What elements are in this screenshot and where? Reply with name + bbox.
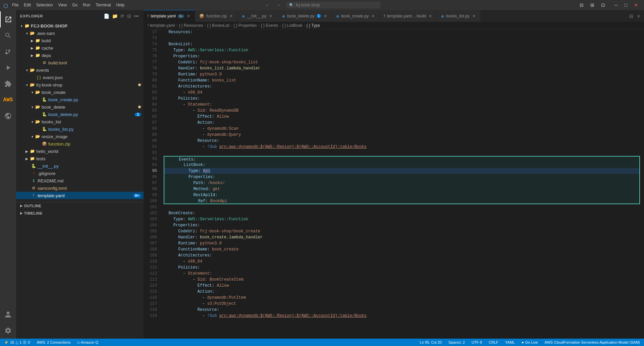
minimize-button[interactable]: ─ (612, 2, 621, 8)
tree-item-build-toml[interactable]: ⚙ build.toml (16, 59, 144, 66)
menu-edit[interactable]: Edit (22, 2, 32, 8)
amazon-q-item[interactable]: ▷ Amazon Q (76, 340, 100, 345)
tab-init-py[interactable]: ◆ __init__.py ✕ (238, 10, 278, 22)
code-line[interactable]: - Statement: (164, 271, 640, 277)
code-line[interactable] (164, 35, 640, 41)
code-line[interactable]: - dynamodb:PutItem (164, 295, 640, 301)
code-line[interactable]: Type: Api (164, 168, 640, 174)
code-line[interactable]: Architectures: (164, 252, 640, 258)
line-ending-item[interactable]: CRLF (487, 340, 500, 344)
code-line[interactable]: Effect: Allow (164, 283, 640, 289)
tree-item-function-zip[interactable]: 📦 function.zip (16, 140, 144, 148)
tree-item-build[interactable]: ▶ 📁 build (16, 37, 144, 44)
tree-item-book-create[interactable]: ▾ 📂 book_create (16, 89, 144, 96)
tab-book-create-py[interactable]: ◆ book_create.py ✕ (332, 10, 380, 22)
breadcrumb-item-events[interactable]: { } Events (261, 23, 278, 28)
code-line[interactable]: Type: AWS::Serverless::Function (164, 216, 640, 222)
code-line[interactable] (164, 150, 640, 156)
code-line[interactable]: Architectures: (164, 83, 640, 90)
tab-template-yaml-build[interactable]: ! template.yaml ...\build ✕ (380, 10, 437, 22)
new-folder-button[interactable]: 📁 (111, 13, 118, 19)
code-line[interactable]: Ref: BookApi (164, 198, 640, 204)
code-line[interactable]: Resources: (164, 29, 640, 35)
code-line[interactable]: - !Sub arn:aws:dynamodb:${AWS::Region}:$… (164, 313, 640, 319)
code-line[interactable]: Resource: (164, 138, 640, 144)
new-file-button[interactable]: 📄 (103, 13, 110, 19)
tab-books-list-py[interactable]: ◆ books_list.py ✕ (437, 10, 480, 22)
menu-view[interactable]: View (57, 2, 68, 8)
code-line[interactable]: - !Sub arn:aws:dynamodb:${AWS::Region}:$… (164, 144, 640, 150)
tree-item-readme[interactable]: ℹ README.md (16, 177, 144, 184)
extensions-activity-icon[interactable] (0, 76, 16, 92)
code-line[interactable]: Properties: (164, 222, 640, 228)
code-line[interactable]: BooksList: (164, 41, 640, 47)
customize-layout-button[interactable]: ⊡ (598, 2, 608, 8)
code-line[interactable]: Runtime: python3.9 (164, 240, 640, 246)
tree-item-books-list-py[interactable]: 🐍 books_list.py (16, 125, 144, 133)
code-line[interactable]: - s3:PutObject (164, 301, 640, 307)
more-tabs-button[interactable]: ≡ (636, 13, 641, 19)
remote-activity-icon[interactable] (0, 108, 16, 124)
tree-item-events[interactable]: ▾ 📂 events (16, 66, 144, 74)
code-line[interactable]: Path: /books/ (164, 180, 640, 186)
explorer-activity-icon[interactable] (0, 11, 16, 27)
tree-item-fcj-book-shop[interactable]: ▾ 📂 fcj-book-shop (16, 81, 144, 89)
refresh-button[interactable]: ⟳ (120, 13, 125, 19)
menu-file[interactable]: File (11, 2, 20, 8)
tab-template-yaml[interactable]: ! template.yaml 9+ ✕ (144, 10, 195, 22)
code-line[interactable]: Runtime: python3.9 (164, 71, 640, 77)
cursor-position-item[interactable]: Ln 95, Col 20 (419, 340, 443, 344)
code-line[interactable]: CodeUri: fcj-book-shop/books_list (164, 59, 640, 65)
run-debug-activity-icon[interactable] (0, 60, 16, 76)
maximize-button[interactable]: □ (622, 2, 630, 8)
code-line[interactable]: Handler: book_create.lambda_handler (164, 234, 640, 240)
tree-item-book-create-py[interactable]: 🐍 book_create.py (16, 96, 144, 103)
code-line[interactable]: Policies: (164, 96, 640, 102)
breadcrumb-item-properties[interactable]: { } Properties (233, 23, 257, 28)
code-line[interactable]: FunctionName: books_list (164, 77, 640, 83)
encoding-item[interactable]: UTF-8 (470, 340, 483, 344)
account-activity-icon[interactable] (0, 306, 16, 323)
code-line[interactable]: FunctionName: book_create (164, 246, 640, 252)
code-line[interactable]: Type: AWS::Serverless::Function (164, 47, 640, 53)
tab-close-button[interactable]: ✕ (229, 14, 233, 18)
outline-panel-header[interactable]: ▶ OUTLINE (16, 202, 144, 210)
code-line[interactable]: - dynamodb:Query (164, 132, 640, 138)
tab-close-button[interactable]: ✕ (428, 14, 433, 18)
tree-item-init-py[interactable]: 🐍 __init__.py (16, 162, 144, 170)
code-line[interactable] (164, 204, 640, 210)
code-line[interactable]: Handler: books_list.lambda_handler (164, 65, 640, 71)
settings-activity-icon[interactable] (0, 323, 16, 339)
tab-close-button[interactable]: ✕ (371, 14, 375, 18)
tree-item-event-json[interactable]: { } event.json (16, 74, 144, 81)
search-activity-icon[interactable] (0, 27, 16, 44)
aws-cloudformation-item[interactable]: AWS CloudFormation Serverless Applicatio… (543, 340, 641, 344)
menu-terminal[interactable]: Terminal (94, 2, 112, 8)
code-line[interactable]: RestApiId: (164, 192, 640, 198)
tree-item-cache[interactable]: ▶ 📁 cache (16, 44, 144, 52)
code-line[interactable]: - dynamodb:Scan (164, 126, 640, 132)
code-line[interactable]: Events: (164, 156, 640, 162)
remote-status-item[interactable]: ⚡ 16 △ 1 ⓪ 0 (3, 340, 32, 345)
code-line[interactable]: - Sid: ReadDynamoDB (164, 108, 640, 114)
code-line[interactable]: - Sid: BookCreateItem (164, 277, 640, 283)
menu-selection[interactable]: Selection (35, 2, 54, 8)
tree-item-hello-world[interactable]: ▶ 📁 hello_world (16, 148, 144, 155)
tab-function-zip[interactable]: 📦 function.zip ✕ (195, 10, 238, 22)
breadcrumb-item-resources[interactable]: { } Resources (179, 23, 203, 28)
code-line[interactable]: Action: (164, 289, 640, 295)
nav-forward-button[interactable]: → (275, 2, 282, 8)
layout-button[interactable]: ⊞ (588, 2, 597, 8)
go-live-item[interactable]: ● Go Live (520, 340, 539, 344)
tree-item-tests[interactable]: ▶ 📁 tests (16, 155, 144, 162)
tree-item-root[interactable]: ▾ 📁 FCJ-BOOK-SHOP (16, 22, 144, 30)
close-button[interactable]: ✕ (631, 2, 641, 8)
code-editor[interactable]: 1773747576777879808182838485868788899091… (144, 29, 644, 339)
tree-item-book-delete[interactable]: ▾ 📂 book_delete (16, 103, 144, 111)
split-editor-button[interactable]: ⊟ (577, 2, 586, 8)
menu-go[interactable]: Go (71, 2, 79, 8)
menu-run[interactable]: Run (82, 2, 92, 8)
code-line[interactable]: Policies: (164, 265, 640, 271)
code-line[interactable]: Resource: (164, 307, 640, 313)
tree-item-deps[interactable]: ▶ 📁 deps (16, 52, 144, 59)
